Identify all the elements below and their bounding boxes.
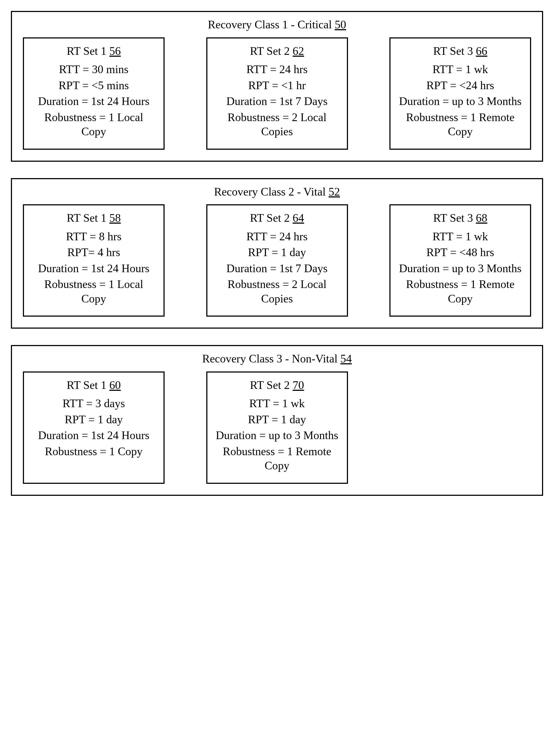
rt-set-1-60: RT Set 1 60 RTT = 3 days RPT = 1 day Dur… (23, 371, 165, 484)
rpt-value: RPT = <5 mins (32, 78, 155, 93)
robustness-value: Robustness = 1 Copy (32, 444, 155, 459)
rpt-value: RPT = <24 hrs (399, 78, 522, 93)
rtt-value: RTT = 1 wk (399, 230, 522, 244)
rt-set-2-62: RT Set 2 62 RTT = 24 hrs RPT = <1 hr Dur… (206, 37, 348, 150)
class-title-text: Recovery Class 1 - Critical (208, 18, 335, 31)
rpt-value: RPT = 1 day (216, 245, 339, 260)
set-title-ref: 62 (293, 45, 304, 57)
set-title: RT Set 1 58 (32, 211, 155, 225)
duration-value: Duration = 1st 7 Days (216, 94, 339, 108)
rpt-value: RPT = <1 hr (216, 78, 339, 93)
set-title-text: RT Set 3 (433, 212, 476, 224)
duration-value: Duration = 1st 7 Days (216, 261, 339, 276)
set-title-ref: 60 (109, 379, 121, 391)
rtt-value: RTT = 30 mins (32, 62, 155, 77)
duration-value: Duration = 1st 24 Hours (32, 428, 155, 443)
set-title: RT Set 3 68 (399, 211, 522, 225)
robustness-value: Robustness = 1 Remote Copy (399, 110, 522, 139)
robustness-value: Robustness = 1 Remote Copy (399, 277, 522, 306)
recovery-class-1-title: Recovery Class 1 - Critical 50 (23, 17, 531, 32)
set-title-ref: 64 (293, 212, 304, 224)
recovery-class-3-title: Recovery Class 3 - Non-Vital 54 (23, 352, 531, 366)
robustness-value: Robustness = 2 Local Copies (216, 277, 339, 306)
class-title-ref: 52 (329, 186, 340, 198)
duration-value: Duration = 1st 24 Hours (32, 94, 155, 108)
duration-value: Duration = 1st 24 Hours (32, 261, 155, 276)
robustness-value: Robustness = 2 Local Copies (216, 110, 339, 139)
recovery-class-1-sets: RT Set 1 56 RTT = 30 mins RPT = <5 mins … (23, 37, 531, 150)
set-title-text: RT Set 2 (250, 45, 293, 57)
set-title-text: RT Set 1 (67, 212, 110, 224)
set-title-text: RT Set 3 (433, 45, 476, 57)
rt-set-1-56: RT Set 1 56 RTT = 30 mins RPT = <5 mins … (23, 37, 165, 150)
recovery-class-3-sets: RT Set 1 60 RTT = 3 days RPT = 1 day Dur… (23, 371, 531, 484)
rpt-value: RPT = <48 hrs (399, 245, 522, 260)
duration-value: Duration = up to 3 Months (399, 94, 522, 108)
rt-set-2-70: RT Set 2 70 RTT = 1 wk RPT = 1 day Durat… (206, 371, 348, 484)
rtt-value: RTT = 24 hrs (216, 230, 339, 244)
set-title: RT Set 1 60 (32, 378, 155, 393)
recovery-class-2-sets: RT Set 1 58 RTT = 8 hrs RPT= 4 hrs Durat… (23, 204, 531, 317)
set-title-ref: 68 (476, 212, 487, 224)
set-title-ref: 70 (293, 379, 304, 391)
rpt-value: RPT= 4 hrs (32, 245, 155, 260)
set-title: RT Set 2 62 (216, 44, 339, 58)
set-title: RT Set 2 64 (216, 211, 339, 225)
rt-set-3-68: RT Set 3 68 RTT = 1 wk RPT = <48 hrs Dur… (389, 204, 531, 317)
robustness-value: Robustness = 1 Local Copy (32, 277, 155, 306)
empty-slot (389, 371, 531, 484)
rt-set-2-64: RT Set 2 64 RTT = 24 hrs RPT = 1 day Dur… (206, 204, 348, 317)
set-title-text: RT Set 1 (67, 379, 110, 391)
duration-value: Duration = up to 3 Months (216, 428, 339, 443)
recovery-class-3: Recovery Class 3 - Non-Vital 54 RT Set 1… (11, 345, 543, 496)
set-title-ref: 58 (109, 212, 121, 224)
rtt-value: RTT = 8 hrs (32, 230, 155, 244)
rtt-value: RTT = 1 wk (399, 62, 522, 77)
set-title-ref: 66 (476, 45, 487, 57)
rtt-value: RTT = 24 hrs (216, 62, 339, 77)
recovery-class-2: Recovery Class 2 - Vital 52 RT Set 1 58 … (11, 178, 543, 329)
rtt-value: RTT = 1 wk (216, 396, 339, 411)
rt-set-3-66: RT Set 3 66 RTT = 1 wk RPT = <24 hrs Dur… (389, 37, 531, 150)
robustness-value: Robustness = 1 Remote Copy (216, 444, 339, 473)
set-title: RT Set 2 70 (216, 378, 339, 393)
set-title-ref: 56 (109, 45, 121, 57)
recovery-class-1: Recovery Class 1 - Critical 50 RT Set 1 … (11, 11, 543, 162)
rt-set-1-58: RT Set 1 58 RTT = 8 hrs RPT= 4 hrs Durat… (23, 204, 165, 317)
set-title-text: RT Set 1 (67, 45, 110, 57)
set-title: RT Set 3 66 (399, 44, 522, 58)
duration-value: Duration = up to 3 Months (399, 261, 522, 276)
rtt-value: RTT = 3 days (32, 396, 155, 411)
rpt-value: RPT = 1 day (32, 412, 155, 427)
class-title-ref: 50 (335, 18, 346, 31)
class-title-text: Recovery Class 3 - Non-Vital (202, 352, 340, 365)
class-title-ref: 54 (340, 352, 352, 365)
set-title-text: RT Set 2 (250, 379, 293, 391)
robustness-value: Robustness = 1 Local Copy (32, 110, 155, 139)
recovery-class-2-title: Recovery Class 2 - Vital 52 (23, 185, 531, 199)
rpt-value: RPT = 1 day (216, 412, 339, 427)
set-title: RT Set 1 56 (32, 44, 155, 58)
class-title-text: Recovery Class 2 - Vital (214, 186, 328, 198)
set-title-text: RT Set 2 (250, 212, 293, 224)
